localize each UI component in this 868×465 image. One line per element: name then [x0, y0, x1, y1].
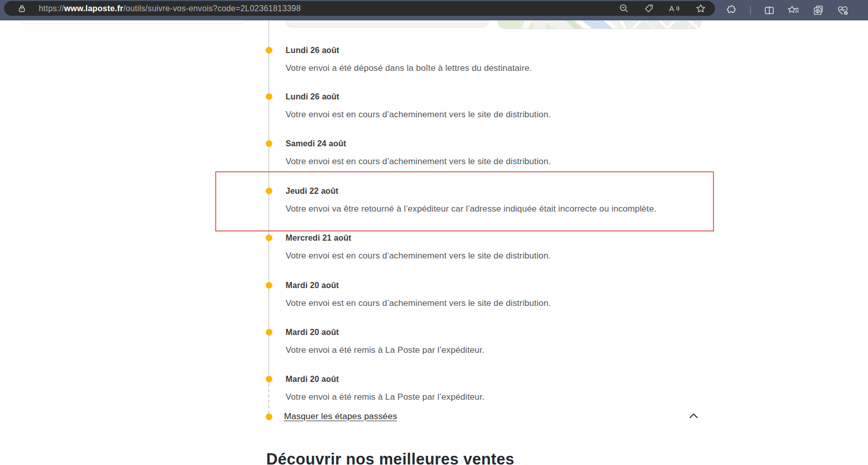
toolbar-divider — [750, 6, 751, 15]
browser-toolbar: https://www.laposte.fr/outils/suivre-vos… — [0, 0, 868, 20]
entry-date: Mardi 20 août — [286, 280, 551, 291]
favorite-star-icon[interactable] — [696, 4, 706, 14]
favorites-list-icon[interactable] — [788, 5, 800, 15]
page-section-title: Découvrir nos meilleures ventes — [266, 450, 515, 465]
entry-date: Mardi 20 août — [286, 327, 484, 338]
timeline-dot — [266, 282, 272, 289]
url-scheme: https:// — [39, 4, 64, 13]
chevron-up-icon[interactable] — [688, 412, 699, 421]
extensions-icon[interactable] — [726, 5, 737, 16]
entry-description: Votre envoi a été remis à La Poste par l… — [286, 345, 484, 356]
timeline-dot — [266, 376, 272, 382]
collapse-steps-link[interactable]: Masquer les étapes passées — [284, 411, 397, 421]
entry-description: Votre envoi a été déposé dans la boîte à… — [286, 63, 532, 74]
entry-description: Votre envoi va être retourné à l’expédit… — [286, 203, 656, 215]
timeline-dot — [266, 140, 272, 147]
entry-date: Samedi 24 août — [286, 139, 551, 149]
collections-icon[interactable] — [813, 5, 824, 16]
entry-description: Votre envoi est en cours d’acheminement … — [286, 156, 551, 167]
timeline-entry: Lundi 26 août Votre envoi a été déposé d… — [286, 45, 532, 74]
entry-date: Mercredi 21 août — [286, 233, 551, 243]
read-aloud-icon[interactable]: A — [669, 4, 680, 13]
timeline-entry: Mercredi 21 août Votre envoi est en cour… — [286, 233, 551, 262]
lock-icon[interactable] — [17, 4, 27, 13]
split-screen-icon[interactable] — [764, 5, 775, 16]
entry-description: Votre envoi est en cours d’acheminement … — [286, 250, 551, 262]
browser-essentials-icon[interactable] — [837, 5, 849, 16]
timeline-line-dashed — [268, 384, 269, 414]
timeline-entry: Samedi 24 août Votre envoi est en cours … — [286, 139, 551, 167]
entry-description: Votre envoi est en cours d’acheminement … — [286, 298, 551, 309]
entry-date: Mardi 20 août — [286, 374, 484, 384]
entry-date: Jeudi 22 août — [286, 186, 656, 196]
address-bar[interactable]: https://www.laposte.fr/outils/suivre-vos… — [4, 1, 715, 16]
url-path: /outils/suivre-vos-envois?code=2L0236181… — [123, 4, 301, 13]
timeline-dot — [266, 235, 272, 241]
timeline-dot — [266, 188, 272, 194]
entry-date: Lundi 26 août — [286, 92, 551, 102]
timeline-entry: Mardi 20 août Votre envoi a été remis à … — [286, 374, 484, 403]
url-domain: www.laposte.fr — [64, 4, 123, 13]
timeline-entry: Lundi 26 août Votre envoi est en cours d… — [286, 92, 551, 120]
url-text[interactable]: https://www.laposte.fr/outils/suivre-vos… — [39, 4, 301, 13]
timeline-entry: Mardi 20 août Votre envoi est en cours d… — [286, 280, 551, 309]
zoom-out-icon[interactable] — [619, 4, 629, 13]
entry-description: Votre envoi est en cours d’acheminement … — [286, 109, 551, 120]
entry-description: Votre envoi a été remis à La Poste par l… — [286, 392, 484, 403]
timeline-dot — [266, 47, 272, 54]
timeline-dot — [266, 93, 272, 100]
timeline-entry: Mardi 20 août Votre envoi a été remis à … — [286, 327, 484, 356]
entry-date: Lundi 26 août — [286, 45, 532, 56]
timeline-dot — [266, 414, 272, 420]
shopping-tag-icon[interactable] — [644, 4, 654, 13]
timeline-entry-highlighted: Jeudi 22 août Votre envoi va être retour… — [286, 186, 656, 215]
timeline-dot — [266, 329, 272, 335]
svg-text:A: A — [669, 4, 674, 13]
